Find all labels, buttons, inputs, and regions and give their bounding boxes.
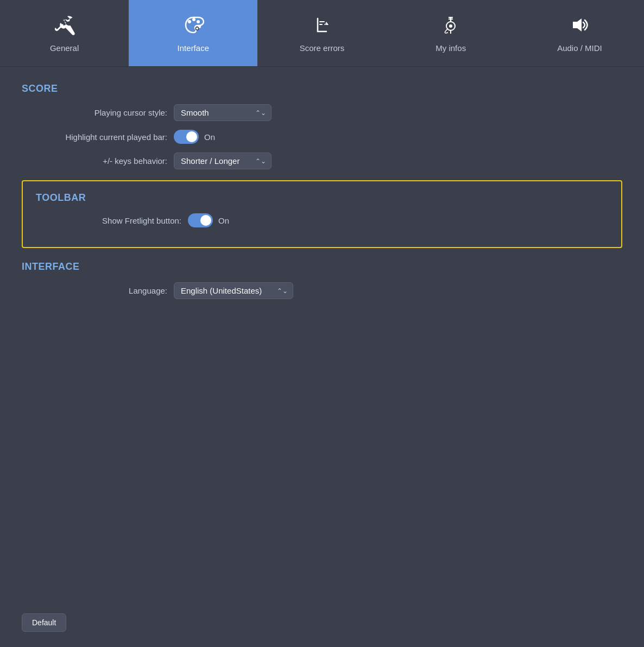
language-row: Language: English (UnitedStates) Françai… <box>22 282 622 299</box>
playing-cursor-select[interactable]: Smooth Step <box>174 104 272 121</box>
keys-behavior-label: +/- keys behavior: <box>22 156 174 166</box>
svg-point-2 <box>197 20 200 23</box>
speaker-icon <box>569 14 590 39</box>
language-select[interactable]: English (UnitedStates) Français Español … <box>174 282 293 299</box>
guitar-icon <box>440 14 462 39</box>
tab-score-errors-label: Score errors <box>300 43 345 53</box>
main-content: SCORE Playing cursor style: Smooth Step … <box>0 67 644 647</box>
fretlight-toggle-wrapper: On <box>188 213 229 227</box>
tab-bar: General Interface ! <box>0 0 644 67</box>
svg-point-5 <box>196 27 198 29</box>
keys-behavior-select[interactable]: Shorter / Longer Piano Guitar <box>174 153 272 169</box>
fretlight-toggle-slider <box>188 213 213 227</box>
score-section: SCORE Playing cursor style: Smooth Step … <box>22 83 622 169</box>
highlight-bar-toggle-wrapper: On <box>174 130 215 144</box>
tab-interface[interactable]: Interface <box>129 0 257 66</box>
highlight-bar-label: Highlight current played bar: <box>22 132 174 142</box>
tab-general-label: General <box>50 43 79 53</box>
tab-my-infos[interactable]: My infos <box>387 0 515 66</box>
playing-cursor-label: Playing cursor style: <box>22 108 174 117</box>
fretlight-value: On <box>218 216 229 225</box>
tab-audio-midi-label: Audio / MIDI <box>557 43 602 53</box>
highlight-bar-row: Highlight current played bar: On <box>22 130 622 144</box>
tab-score-errors[interactable]: ! Score errors <box>257 0 386 66</box>
svg-point-1 <box>192 18 195 21</box>
playing-cursor-select-wrapper: Smooth Step <box>174 104 272 121</box>
interface-section-title: INTERFACE <box>22 261 622 272</box>
tab-audio-midi[interactable]: Audio / MIDI <box>515 0 644 66</box>
playing-cursor-row: Playing cursor style: Smooth Step <box>22 104 622 121</box>
fretlight-toggle[interactable] <box>188 213 213 227</box>
keys-behavior-row: +/- keys behavior: Shorter / Longer Pian… <box>22 153 622 169</box>
wrench-icon <box>54 14 75 39</box>
interface-section: INTERFACE Language: English (UnitedState… <box>22 261 622 299</box>
default-button[interactable]: Default <box>22 613 66 632</box>
tab-general[interactable]: General <box>0 0 129 66</box>
tab-interface-label: Interface <box>178 43 209 53</box>
score-error-icon: ! <box>311 14 333 39</box>
toolbar-section-title: TOOLBAR <box>36 192 608 204</box>
toggle-slider <box>174 130 199 144</box>
svg-text:!: ! <box>325 22 326 26</box>
highlight-bar-toggle[interactable] <box>174 130 199 144</box>
toolbar-section: TOOLBAR Show Fretlight button: On <box>22 180 622 248</box>
highlight-bar-value: On <box>204 132 215 142</box>
svg-point-9 <box>449 24 452 28</box>
fretlight-label: Show Fretlight button: <box>36 216 188 225</box>
svg-marker-14 <box>573 18 582 31</box>
svg-point-0 <box>188 20 191 23</box>
language-select-wrapper: English (UnitedStates) Français Español … <box>174 282 293 299</box>
score-section-title: SCORE <box>22 83 622 94</box>
language-label: Language: <box>22 286 174 295</box>
tab-my-infos-label: My infos <box>435 43 466 53</box>
fretlight-row: Show Fretlight button: On <box>36 213 608 227</box>
palette-icon <box>182 14 204 39</box>
keys-behavior-select-wrapper: Shorter / Longer Piano Guitar <box>174 153 272 169</box>
